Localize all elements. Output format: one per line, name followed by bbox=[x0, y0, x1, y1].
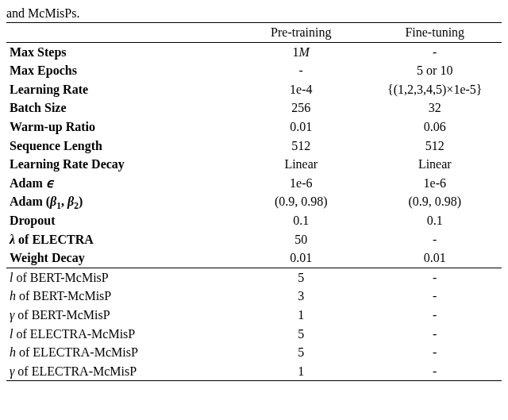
param-ft: 5 or 10 bbox=[368, 61, 502, 80]
param-label: γ of BERT-McMisP bbox=[6, 306, 234, 325]
param-pre: 1e-6 bbox=[234, 174, 368, 193]
param-pre: 5 bbox=[234, 343, 368, 362]
param-ft: - bbox=[368, 42, 502, 61]
param-label: Max Steps bbox=[6, 42, 234, 61]
table-row: Dropout 0.1 0.1 bbox=[6, 211, 502, 230]
hyperparameter-table: Pre-training Fine-tuning Max Steps 1M - … bbox=[6, 22, 502, 381]
table-row: γ of ELECTRA-McMisP 1 - bbox=[6, 362, 502, 381]
table-row: Learning Rate Decay Linear Linear bbox=[6, 155, 502, 174]
param-ft: - bbox=[368, 325, 502, 344]
param-ft: Linear bbox=[368, 155, 502, 174]
table-row: Sequence Length 512 512 bbox=[6, 137, 502, 156]
param-ft: 0.06 bbox=[368, 118, 502, 137]
param-ft: 1e-6 bbox=[368, 174, 502, 193]
table-row: l of BERT-McMisP 5 - bbox=[6, 268, 502, 287]
table-row: Weight Decay 0.01 0.01 bbox=[6, 249, 502, 268]
param-label: h of ELECTRA-McMisP bbox=[6, 343, 234, 362]
table-header-row: Pre-training Fine-tuning bbox=[6, 23, 502, 43]
param-label: Sequence Length bbox=[6, 137, 234, 156]
table-row: Learning Rate 1e-4 {(1,2,3,4,5)×1e-5} bbox=[6, 80, 502, 99]
param-pre: 256 bbox=[234, 98, 368, 118]
header-finetuning: Fine-tuning bbox=[368, 23, 502, 43]
table-caption-fragment: and McMisPs. bbox=[6, 6, 502, 21]
param-label: Learning Rate bbox=[6, 80, 234, 99]
param-label: Weight Decay bbox=[6, 249, 234, 268]
param-label: Learning Rate Decay bbox=[6, 155, 234, 174]
param-label: l of ELECTRA-McMisP bbox=[6, 325, 234, 344]
param-pre: 512 bbox=[234, 137, 368, 156]
table-row: l of ELECTRA-McMisP 5 - bbox=[6, 325, 502, 344]
param-pre: 1M bbox=[234, 42, 368, 61]
param-pre: 0.01 bbox=[234, 118, 368, 137]
table-row: λ of ELECTRA 50 - bbox=[6, 230, 502, 249]
param-pre: (0.9, 0.98) bbox=[234, 192, 368, 211]
param-ft: - bbox=[368, 287, 502, 306]
param-pre: 3 bbox=[234, 287, 368, 306]
param-label: h of BERT-McMisP bbox=[6, 287, 234, 306]
param-ft: - bbox=[368, 268, 502, 287]
param-ft: - bbox=[368, 362, 502, 381]
table-row: Max Steps 1M - bbox=[6, 42, 502, 61]
table-row: Max Epochs - 5 or 10 bbox=[6, 61, 502, 80]
header-pretraining: Pre-training bbox=[234, 23, 368, 43]
param-label: λ of ELECTRA bbox=[6, 230, 234, 249]
param-pre: 5 bbox=[234, 268, 368, 287]
table-row: h of BERT-McMisP 3 - bbox=[6, 287, 502, 306]
table-row: γ of BERT-McMisP 1 - bbox=[6, 306, 502, 325]
table-row: h of ELECTRA-McMisP 5 - bbox=[6, 343, 502, 362]
param-label: Adam ϵ bbox=[6, 174, 234, 193]
param-label: γ of ELECTRA-McMisP bbox=[6, 362, 234, 381]
param-pre: - bbox=[234, 61, 368, 80]
table-row: Adam (β1, β2) (0.9, 0.98) (0.9, 0.98) bbox=[6, 192, 502, 211]
param-ft: (0.9, 0.98) bbox=[368, 192, 502, 211]
param-ft: 0.01 bbox=[368, 249, 502, 268]
param-pre: Linear bbox=[234, 155, 368, 174]
table-row: Warm-up Ratio 0.01 0.06 bbox=[6, 118, 502, 137]
param-ft: - bbox=[368, 306, 502, 325]
param-ft: 512 bbox=[368, 137, 502, 156]
table-row: Adam ϵ 1e-6 1e-6 bbox=[6, 174, 502, 193]
param-label: l of BERT-McMisP bbox=[6, 268, 234, 287]
param-ft: - bbox=[368, 230, 502, 249]
param-pre: 1e-4 bbox=[234, 80, 368, 99]
param-label: Warm-up Ratio bbox=[6, 118, 234, 137]
param-label: Adam (β1, β2) bbox=[6, 192, 234, 211]
param-pre: 5 bbox=[234, 325, 368, 344]
param-ft: 0.1 bbox=[368, 211, 502, 230]
table-row: Batch Size 256 32 bbox=[6, 98, 502, 118]
param-label: Dropout bbox=[6, 211, 234, 230]
param-pre: 0.1 bbox=[234, 211, 368, 230]
param-pre: 0.01 bbox=[234, 249, 368, 268]
param-pre: 50 bbox=[234, 230, 368, 249]
param-pre: 1 bbox=[234, 306, 368, 325]
param-ft: - bbox=[368, 343, 502, 362]
param-pre: 1 bbox=[234, 362, 368, 381]
param-ft: {(1,2,3,4,5)×1e-5} bbox=[368, 80, 502, 99]
param-label: Max Epochs bbox=[6, 61, 234, 80]
param-ft: 32 bbox=[368, 98, 502, 118]
param-label: Batch Size bbox=[6, 98, 234, 118]
